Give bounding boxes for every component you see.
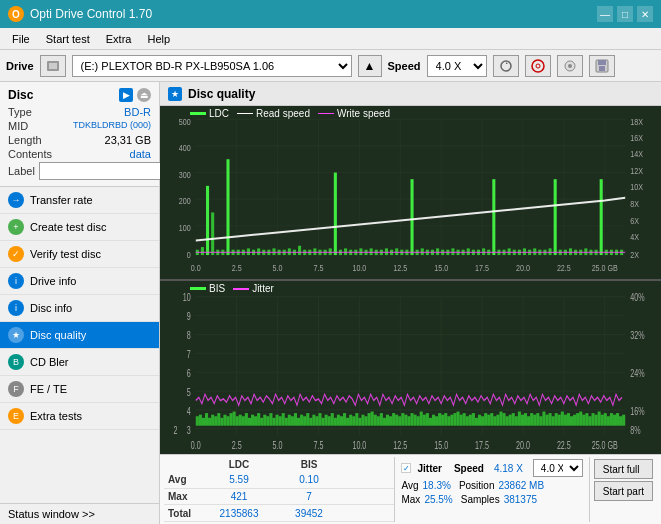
avg-jitter-label: Avg <box>401 480 418 491</box>
sidebar: Disc ▶ ⏏ Type BD-R MID TDKBLDRBD (000) L… <box>0 82 160 524</box>
disc-icon-area: ▶ ⏏ <box>119 88 151 102</box>
svg-point-6 <box>568 64 572 68</box>
menu-file[interactable]: File <box>4 31 38 47</box>
svg-rect-240 <box>374 415 377 426</box>
svg-text:12.5: 12.5 <box>393 440 407 452</box>
drive-dropdown[interactable]: (E:) PLEXTOR BD-R PX-LB950SA 1.06 <box>72 55 352 77</box>
svg-rect-298 <box>552 416 555 425</box>
svg-rect-188 <box>214 416 217 425</box>
type-value: BD-R <box>124 106 151 118</box>
svg-rect-254 <box>417 416 420 425</box>
speed-dropdown[interactable]: 4.0 X <box>427 55 487 77</box>
samples-display: Samples 381375 <box>461 494 537 505</box>
svg-rect-202 <box>257 413 260 426</box>
svg-rect-184 <box>202 418 205 426</box>
svg-rect-312 <box>595 415 598 426</box>
sidebar-item-cd-bler[interactable]: B CD Bler <box>0 349 159 376</box>
max-ldc: 421 <box>204 490 274 503</box>
svg-text:14X: 14X <box>630 148 643 159</box>
sidebar-item-disc-quality[interactable]: ★ Disc quality <box>0 322 159 349</box>
svg-rect-205 <box>266 416 269 425</box>
svg-rect-253 <box>414 415 417 426</box>
svg-rect-80 <box>334 173 337 256</box>
svg-rect-54 <box>201 247 204 255</box>
bis-legend: BIS <box>190 283 225 294</box>
sidebar-item-verify-disc[interactable]: ✓ Verify test disc <box>0 241 159 268</box>
svg-rect-319 <box>616 413 619 426</box>
sidebar-item-create-disc[interactable]: + Create test disc <box>0 214 159 241</box>
minimize-button[interactable]: — <box>597 6 613 22</box>
svg-rect-246 <box>392 413 395 426</box>
sidebar-item-extra-tests[interactable]: E Extra tests <box>0 403 159 430</box>
action-buttons: Start full Start part <box>589 457 657 522</box>
svg-text:25.0 GB: 25.0 GB <box>592 262 619 273</box>
svg-rect-256 <box>423 415 426 426</box>
svg-rect-232 <box>349 415 352 426</box>
sidebar-item-fe-te[interactable]: F FE / TE <box>0 376 159 403</box>
svg-text:25.0 GB: 25.0 GB <box>592 440 618 452</box>
svg-rect-73 <box>298 246 301 255</box>
sidebar-item-transfer-rate[interactable]: → Transfer rate <box>0 187 159 214</box>
length-value: 23,31 GB <box>105 134 151 146</box>
mid-value: TDKBLDRBD (000) <box>73 120 151 132</box>
svg-rect-228 <box>337 415 340 426</box>
svg-rect-207 <box>272 418 275 426</box>
svg-rect-269 <box>463 413 466 426</box>
eject-button[interactable]: ▲ <box>358 55 382 77</box>
sidebar-item-label: Disc quality <box>30 329 86 341</box>
menu-extra[interactable]: Extra <box>98 31 140 47</box>
sidebar-item-label: Verify test disc <box>30 248 101 260</box>
svg-text:2.5: 2.5 <box>232 440 242 452</box>
svg-rect-217 <box>303 416 306 425</box>
disc-eject-icon[interactable]: ⏏ <box>137 88 151 102</box>
svg-rect-315 <box>604 413 607 426</box>
svg-rect-1 <box>49 63 57 69</box>
svg-rect-292 <box>533 415 536 426</box>
svg-rect-320 <box>619 416 622 425</box>
close-button[interactable]: ✕ <box>637 6 653 22</box>
status-window-btn[interactable]: Status window >> <box>0 503 159 524</box>
disc-icon-btn[interactable] <box>525 55 551 77</box>
ldc-header: LDC <box>204 458 274 471</box>
settings-icon-btn[interactable] <box>557 55 583 77</box>
jitter-checkbox[interactable]: ✓ <box>401 463 411 473</box>
start-part-button[interactable]: Start part <box>594 481 653 501</box>
svg-rect-219 <box>309 418 312 426</box>
svg-text:17.5: 17.5 <box>475 262 489 273</box>
svg-rect-186 <box>208 418 211 426</box>
svg-text:24%: 24% <box>630 367 644 379</box>
menu-help[interactable]: Help <box>139 31 178 47</box>
sidebar-item-disc-info[interactable]: i Disc info <box>0 295 159 322</box>
avg-jitter-display: Avg 18.3% <box>401 480 450 491</box>
menu-start-test[interactable]: Start test <box>38 31 98 47</box>
svg-rect-183 <box>199 415 202 426</box>
svg-rect-237 <box>364 416 367 425</box>
label-input[interactable] <box>39 162 174 180</box>
svg-rect-289 <box>524 413 527 426</box>
speed-stat-dropdown[interactable]: 4.0 X <box>533 459 583 477</box>
sidebar-item-label: FE / TE <box>30 383 67 395</box>
svg-rect-255 <box>420 412 423 426</box>
svg-rect-243 <box>383 418 386 426</box>
sidebar-item-drive-info[interactable]: i Drive info <box>0 268 159 295</box>
maximize-button[interactable]: □ <box>617 6 633 22</box>
svg-rect-261 <box>438 413 441 426</box>
svg-text:20.0: 20.0 <box>516 262 530 273</box>
svg-text:8X: 8X <box>630 198 639 209</box>
svg-rect-218 <box>306 413 309 426</box>
svg-rect-197 <box>242 416 245 425</box>
save-icon-btn[interactable] <box>589 55 615 77</box>
start-full-button[interactable]: Start full <box>594 459 653 479</box>
svg-rect-257 <box>426 413 429 426</box>
svg-rect-270 <box>466 416 469 425</box>
svg-text:15.0: 15.0 <box>434 440 448 452</box>
svg-rect-266 <box>453 413 456 426</box>
svg-rect-316 <box>607 416 610 425</box>
svg-rect-276 <box>484 413 487 426</box>
svg-rect-296 <box>545 415 548 426</box>
refresh-button[interactable] <box>493 55 519 77</box>
drive-bar: Drive (E:) PLEXTOR BD-R PX-LB950SA 1.06 … <box>0 50 661 82</box>
svg-rect-262 <box>441 415 444 426</box>
svg-text:5: 5 <box>187 386 191 398</box>
svg-rect-55 <box>206 186 209 255</box>
